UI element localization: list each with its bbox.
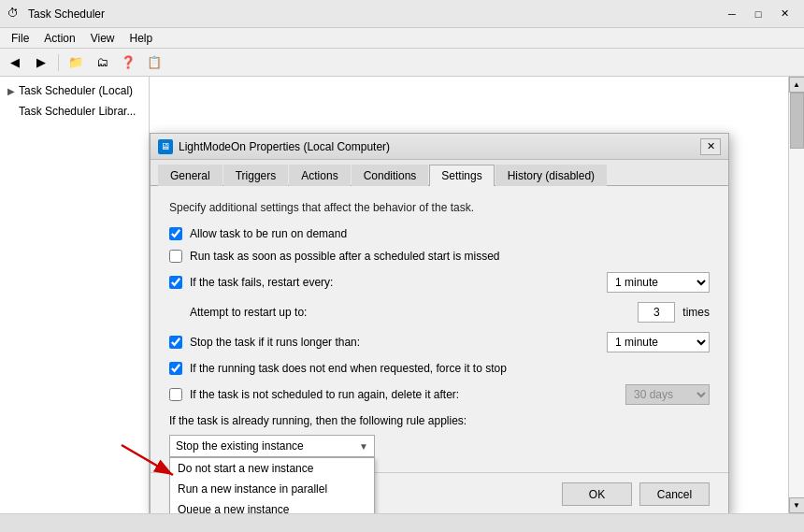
dialog-title-bar: 🖥 LightModeOn Properties (Local Computer…: [151, 134, 728, 160]
title-bar: ⏱ Task Scheduler ─ □ ✕: [0, 0, 804, 28]
toolbar-forward[interactable]: ▶: [30, 52, 52, 73]
attempt-row: Attempt to restart up to: times: [169, 302, 710, 323]
toolbar-btn3[interactable]: ❓: [117, 52, 139, 73]
tab-history[interactable]: History (disabled): [495, 165, 607, 186]
delete-label: If the task is not scheduled to run agai…: [190, 388, 618, 401]
dropdown-option-2[interactable]: Run a new instance in parallel: [170, 479, 374, 499]
menu-view[interactable]: View: [83, 30, 122, 47]
allow-demand-row: Allow task to be run on demand: [169, 227, 710, 240]
dropdown-trigger[interactable]: Stop the existing instance ▼: [169, 435, 375, 457]
scrollbar-right: ▲ ▼: [788, 77, 804, 513]
tab-actions[interactable]: Actions: [289, 165, 350, 186]
sidebar-expand-icon: ▶: [7, 86, 15, 96]
menu-action[interactable]: Action: [36, 30, 82, 47]
run-missed-label: Run task as soon as possible after a sch…: [190, 250, 500, 263]
sidebar-library-label: Task Scheduler Librar...: [19, 105, 136, 118]
attempt-label: Attempt to restart up to:: [190, 306, 630, 319]
properties-dialog: 🖥 LightModeOn Properties (Local Computer…: [150, 133, 729, 513]
restart-label: If the task fails, restart every:: [190, 276, 599, 289]
allow-demand-checkbox[interactable]: [169, 227, 182, 240]
toolbar-back[interactable]: ◀: [4, 52, 26, 73]
sidebar-item-local[interactable]: ▶ Task Scheduler (Local): [0, 80, 149, 101]
app-title: Task Scheduler: [28, 7, 720, 21]
tab-settings[interactable]: Settings: [429, 165, 494, 186]
minimize-button[interactable]: ─: [720, 5, 744, 23]
dialog-body: Specify additional settings that affect …: [151, 186, 728, 472]
restart-checkbox[interactable]: [169, 276, 182, 289]
restart-row: If the task fails, restart every: 1 minu…: [169, 272, 710, 293]
chevron-down-icon: ▼: [359, 441, 368, 452]
stop-task-checkbox[interactable]: [169, 336, 182, 349]
menu-help[interactable]: Help: [122, 30, 161, 47]
attempt-suffix: times: [682, 306, 710, 319]
already-running-dropdown[interactable]: Stop the existing instance ▼ Do not star…: [169, 435, 375, 457]
toolbar-btn2[interactable]: 🗂: [91, 52, 113, 73]
maximize-button[interactable]: □: [746, 5, 770, 23]
run-missed-checkbox[interactable]: [169, 250, 182, 263]
toolbar: ◀ ▶ 📁 🗂 ❓ 📋: [0, 49, 804, 77]
delete-checkbox[interactable]: [169, 388, 182, 401]
scrollbar-track: [789, 93, 804, 497]
dropdown-value: Stop the existing instance: [176, 439, 304, 453]
app-icon: ⏱: [7, 7, 22, 22]
toolbar-btn4[interactable]: 📋: [143, 52, 165, 73]
content-area: ▶ Task Scheduler (Local) Task Scheduler …: [0, 77, 804, 513]
attempt-input[interactable]: [638, 302, 675, 323]
stop-task-label: Stop the task if it runs longer than:: [190, 336, 599, 349]
menu-file[interactable]: File: [4, 30, 36, 47]
stop-task-row: Stop the task if it runs longer than: 1 …: [169, 332, 710, 352]
allow-demand-label: Allow task to be run on demand: [190, 227, 347, 240]
menu-bar: File Action View Help: [0, 28, 804, 49]
dropdown-option-1[interactable]: Do not start a new instance: [170, 458, 374, 479]
delete-row: If the task is not scheduled to run agai…: [169, 384, 710, 405]
sidebar: ▶ Task Scheduler (Local) Task Scheduler …: [0, 77, 150, 513]
cancel-button[interactable]: Cancel: [639, 482, 710, 506]
dialog-title: LightModeOn Properties (Local Computer): [179, 140, 700, 153]
dropdown-list: Do not start a new instance Run a new in…: [169, 457, 375, 513]
toolbar-btn1[interactable]: 📁: [65, 52, 87, 73]
status-bar: [0, 513, 804, 532]
sidebar-item-label: Task Scheduler (Local): [19, 84, 133, 97]
dialog-icon: 🖥: [158, 139, 173, 154]
tab-conditions[interactable]: Conditions: [352, 165, 429, 186]
dialog-close-button[interactable]: ✕: [700, 138, 721, 155]
dialog-tabs: General Triggers Actions Conditions Sett…: [151, 160, 728, 186]
dropdown-option-3[interactable]: Queue a new instance: [170, 499, 374, 513]
scroll-down-btn[interactable]: ▼: [789, 497, 805, 513]
sidebar-item-library[interactable]: Task Scheduler Librar...: [0, 101, 149, 122]
tab-triggers[interactable]: Triggers: [223, 165, 289, 186]
force-stop-label: If the running task does not end when re…: [190, 362, 507, 375]
restart-select[interactable]: 1 minute 5 minutes 10 minutes: [607, 272, 710, 293]
delete-select[interactable]: 30 days 60 days 90 days: [625, 384, 710, 405]
scroll-up-btn[interactable]: ▲: [789, 77, 805, 93]
dialog-description: Specify additional settings that affect …: [169, 201, 710, 214]
ok-button[interactable]: OK: [562, 482, 632, 506]
force-stop-checkbox[interactable]: [169, 362, 182, 375]
already-running-label: If the task is already running, then the…: [169, 414, 710, 427]
main-window: ⏱ Task Scheduler ─ □ ✕ File Action View …: [0, 0, 804, 532]
window-controls: ─ □ ✕: [720, 5, 797, 23]
tab-general[interactable]: General: [158, 165, 223, 186]
stop-task-select[interactable]: 1 minute 5 minutes 30 minutes: [607, 332, 710, 352]
run-missed-row: Run task as soon as possible after a sch…: [169, 250, 710, 263]
toolbar-separator: [58, 54, 59, 71]
close-button[interactable]: ✕: [772, 5, 797, 23]
scrollbar-thumb[interactable]: [790, 93, 804, 149]
force-stop-row: If the running task does not end when re…: [169, 362, 710, 375]
